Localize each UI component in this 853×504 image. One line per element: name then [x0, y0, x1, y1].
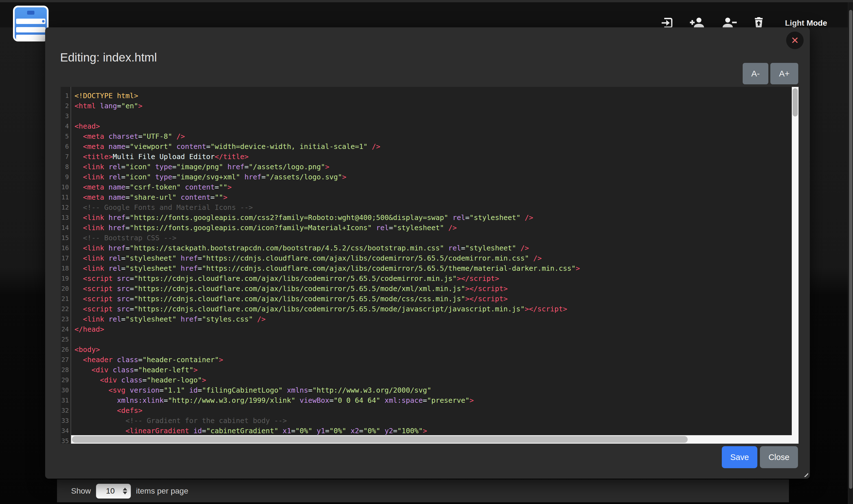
code-line[interactable]	[74, 111, 799, 121]
line-number: 25	[61, 335, 71, 345]
line-number: 7	[61, 152, 71, 162]
font-increase-button[interactable]: A+	[770, 63, 798, 84]
line-number: 8	[61, 162, 71, 172]
line-number: 4	[61, 121, 71, 131]
code-line[interactable]: <!-- Gradient for the cabinet body -->	[74, 416, 799, 426]
light-mode-toggle[interactable]: Light Mode	[785, 19, 827, 28]
code-line[interactable]: <script src="https://cdnjs.cloudflare.co…	[74, 304, 799, 314]
code-line[interactable]: <meta name="share-url" content="">	[74, 192, 799, 202]
code-line[interactable]: <link rel="stylesheet" href="https://cdn…	[74, 253, 799, 264]
line-number: 9	[61, 172, 71, 182]
code-line[interactable]: <link href="https://stackpath.bootstrapc…	[74, 243, 799, 253]
editor-vertical-scrollbar-thumb[interactable]	[793, 88, 798, 116]
line-number: 26	[61, 345, 71, 355]
editor-code-area[interactable]: <!DOCTYPE html><html lang="en"><head> <m…	[74, 87, 799, 444]
window-top-strip	[0, 0, 853, 2]
line-number: 23	[61, 314, 71, 324]
code-line[interactable]: <title>Multi File Upload Editor</title>	[74, 152, 799, 162]
line-number: 22	[61, 304, 71, 314]
modal-title: Editing: index.html	[60, 51, 157, 64]
items-per-page-select[interactable]: 10	[96, 484, 131, 499]
line-number: 14	[61, 223, 71, 233]
code-line[interactable]	[74, 335, 799, 345]
spinner-up-arrow-icon	[123, 488, 127, 490]
logo-drawer-handle	[27, 11, 34, 15]
show-label: Show	[71, 487, 91, 496]
page-scrollbar[interactable]	[848, 2, 853, 504]
code-line[interactable]: <!-- Bootstrap CSS -->	[74, 233, 799, 243]
line-number: 34	[61, 426, 71, 436]
font-decrease-button[interactable]: A-	[743, 63, 768, 84]
editor-gutter: 1234567891011121314151617181920212223242…	[61, 87, 71, 444]
code-line[interactable]: <link href="https://fonts.googleapis.com…	[74, 223, 799, 233]
code-line[interactable]: <link rel="icon" type="image/svg+xml" hr…	[74, 172, 799, 182]
line-number: 29	[61, 375, 71, 385]
line-number: 18	[61, 264, 71, 274]
line-number: 1	[61, 91, 71, 101]
code-line[interactable]: xmlns:xlink="http://www.w3.org/1999/xlin…	[74, 395, 799, 406]
code-line[interactable]: <meta name="viewport" content="width=dev…	[74, 142, 799, 152]
line-number: 19	[61, 274, 71, 284]
editor-horizontal-scrollbar[interactable]	[71, 435, 799, 444]
page-scrollbar-thumb[interactable]	[849, 10, 852, 489]
line-number: 10	[61, 182, 71, 192]
line-number: 20	[61, 284, 71, 294]
code-line[interactable]: <!-- Google Fonts and Material Icons -->	[74, 202, 799, 213]
modal-resize-handle[interactable]	[800, 469, 808, 477]
line-number: 2	[61, 101, 71, 111]
close-icon: ✕	[791, 36, 799, 45]
modal-close-button[interactable]: ✕	[786, 32, 804, 49]
code-line[interactable]: <body>	[74, 345, 799, 355]
line-number: 16	[61, 243, 71, 253]
logo-drawer-knob	[42, 20, 45, 22]
code-line[interactable]: <linearGradient id="cabinetGradient" x1=…	[74, 426, 799, 436]
code-line[interactable]: <script src="https://cdnjs.cloudflare.co…	[74, 284, 799, 294]
code-line[interactable]: <link rel="stylesheet" href="styles.css"…	[74, 314, 799, 324]
code-line[interactable]: <meta charset="UTF-8" />	[74, 131, 799, 142]
line-number: 12	[61, 202, 71, 213]
line-number: 32	[61, 406, 71, 416]
save-button[interactable]: Save	[722, 446, 757, 468]
edit-modal: Editing: index.html ✕ A- A+ 123456789101…	[45, 28, 810, 479]
code-line[interactable]: <div class="header-logo">	[74, 375, 799, 385]
code-line[interactable]: <script src="https://cdnjs.cloudflare.co…	[74, 294, 799, 304]
line-number: 5	[61, 131, 71, 142]
line-number: 27	[61, 355, 71, 365]
code-editor[interactable]: 1234567891011121314151617181920212223242…	[61, 87, 799, 444]
line-number: 30	[61, 385, 71, 395]
line-number: 24	[61, 324, 71, 335]
code-line[interactable]: <link rel="stylesheet" href="https://cdn…	[74, 264, 799, 274]
items-per-page-label: items per page	[136, 487, 188, 496]
line-number: 31	[61, 395, 71, 406]
code-line[interactable]: <link rel="icon" type="image/png" href="…	[74, 162, 799, 172]
pagination-bar: Show 10 items per page	[57, 480, 789, 502]
line-number: 6	[61, 142, 71, 152]
line-number: 3	[61, 111, 71, 121]
code-line[interactable]: <svg version="1.1" id="filingCabinetLogo…	[74, 385, 799, 395]
line-number: 33	[61, 416, 71, 426]
code-line[interactable]: <header class="header-container">	[74, 355, 799, 365]
spinner-down-arrow-icon	[123, 491, 127, 494]
code-line[interactable]: <!DOCTYPE html>	[74, 91, 799, 101]
restore-trash-icon[interactable]	[752, 16, 765, 29]
logo-drawer	[16, 27, 46, 33]
code-line[interactable]: <div class="header-left">	[74, 365, 799, 375]
code-line[interactable]: <head>	[74, 121, 799, 131]
logo-drawer	[16, 35, 46, 40]
close-button[interactable]: Close	[760, 446, 798, 468]
code-line[interactable]: <meta name="csrf-token" content="">	[74, 182, 799, 192]
editor-horizontal-scrollbar-thumb[interactable]	[72, 436, 688, 443]
line-number: 21	[61, 294, 71, 304]
code-line[interactable]: <html lang="en">	[74, 101, 799, 111]
line-number: 17	[61, 253, 71, 264]
select-spinner-icon	[123, 484, 127, 498]
line-number: 15	[61, 233, 71, 243]
line-number: 35	[61, 436, 71, 444]
code-line[interactable]: <defs>	[74, 406, 799, 416]
line-number: 11	[61, 192, 71, 202]
code-line[interactable]: </head>	[74, 324, 799, 335]
code-line[interactable]: <script src="https://cdnjs.cloudflare.co…	[74, 274, 799, 284]
line-number: 13	[61, 213, 71, 223]
editor-vertical-scrollbar[interactable]	[792, 87, 799, 444]
code-line[interactable]: <link href="https://fonts.googleapis.com…	[74, 213, 799, 223]
